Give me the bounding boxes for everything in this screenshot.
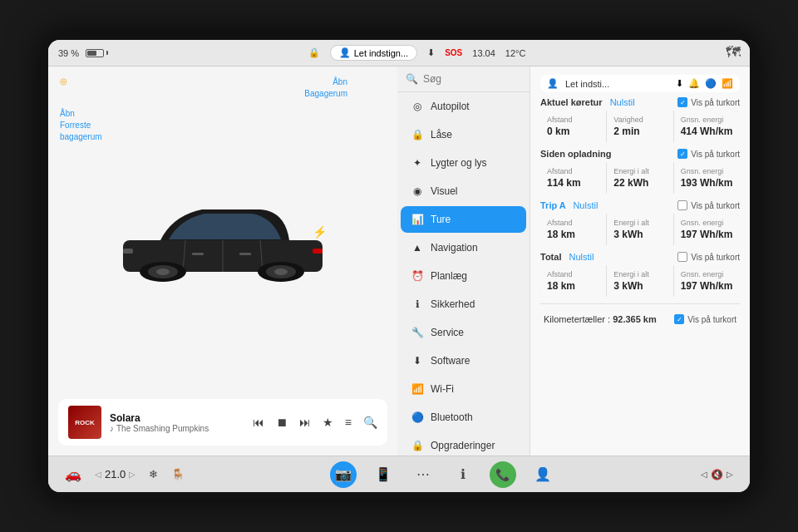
info-button[interactable]: ℹ: [450, 461, 476, 488]
ture-label: Ture: [431, 214, 451, 225]
status-center: 🔒 👤 Let indstign... ⬇ SOS 13.04 12°C: [308, 45, 526, 61]
more-button[interactable]: ⋯: [410, 461, 436, 488]
navigation-label: Navigation: [431, 242, 478, 254]
album-art: ROCK: [68, 406, 101, 439]
eq-button[interactable]: ≡: [345, 416, 352, 429]
stop-button[interactable]: ⏹: [276, 416, 288, 429]
total-stat-energi-alt: Energi i alt 3 kWh: [607, 265, 672, 297]
siden-energi-alt-label: Energi i alt: [613, 167, 666, 175]
passenger-icon: 👤: [339, 47, 351, 58]
left-panel: ◎ ÅbnForrestebagagerum ÅbnBagagerum: [48, 66, 397, 456]
tripa-title-text: Trip A: [540, 200, 565, 210]
phone-button[interactable]: 📞: [490, 461, 516, 488]
lock-icon-status: 🔒: [308, 47, 320, 58]
menu-item-lygter[interactable]: ✦ Lygter og lys: [401, 150, 526, 176]
next-button[interactable]: ⏭: [299, 416, 311, 429]
tripa-energi-alt-label: Energi i alt: [613, 219, 666, 227]
menu-item-navigation[interactable]: ▲ Navigation: [401, 234, 526, 261]
autopilot-label: Autopilot: [431, 101, 470, 112]
autopilot-icon: ◎: [411, 101, 424, 112]
sub-header-icons: ⬇ 🔔 🔵 📶: [676, 78, 733, 89]
vol-decrease-button[interactable]: ◁: [701, 470, 707, 479]
battery-percent: 39 %: [58, 48, 79, 58]
siden-vis-checkbox[interactable]: ✓: [677, 149, 687, 159]
laase-label: Låse: [431, 129, 452, 140]
tripa-stat-gnsn: Gnsn. energi 197 Wh/km: [674, 214, 740, 245]
menu-item-software[interactable]: ⬇ Software: [401, 347, 526, 374]
aktuel-stat-afstand: Afstand 0 km: [540, 111, 606, 142]
tripa-vis-label[interactable]: Vis på turkort: [677, 200, 740, 210]
total-nulstil-link[interactable]: Nulstil: [569, 252, 594, 262]
visuel-label: Visuel: [431, 185, 457, 197]
siden-stat-afstand: Afstand 114 km: [540, 162, 606, 194]
service-label: Service: [431, 327, 464, 338]
opgraderinger-icon: 🔒: [411, 440, 424, 451]
open-front-label[interactable]: ÅbnForrestebagagerum: [60, 108, 102, 143]
task-group-right: ◁ 🔇 ▷: [701, 469, 733, 480]
menu-item-opgraderinger[interactable]: 🔒 Opgraderinger: [401, 432, 526, 456]
menu-item-wifi[interactable]: 📶 Wi-Fi: [401, 376, 526, 402]
person-taskbar-button[interactable]: 👤: [530, 461, 556, 488]
temp-increase-button[interactable]: ▷: [129, 470, 135, 479]
menu-item-autopilot[interactable]: ◎ Autopilot: [401, 93, 526, 120]
aktuel-nulstil-link[interactable]: Nulstil: [610, 97, 635, 107]
tripa-gnsn-label: Gnsn. energi: [681, 219, 733, 227]
menu-item-visuel[interactable]: ◉ Visuel: [401, 178, 526, 204]
car-svg: ⚡: [106, 170, 339, 303]
siden-gnsn-value: 193 Wh/km: [681, 177, 733, 189]
status-right: 🗺: [726, 44, 740, 62]
temp-value: 21.0: [105, 468, 126, 480]
km-vis-label[interactable]: ✓ Vis på turkort: [674, 314, 736, 324]
aktuel-energi-label: Gnsn. energi: [681, 116, 733, 124]
map-icon: 🗺: [726, 44, 740, 62]
tripa-vis-checkbox[interactable]: [677, 200, 687, 210]
search-music-button[interactable]: 🔍: [363, 416, 377, 429]
aktuel-stat-energi: Gnsn. energi 414 Wh/km: [674, 111, 740, 142]
status-bar: 39 % 🔒 👤 Let indstign... ⬇ SOS 13.04 12°…: [48, 40, 750, 66]
menu-item-planlaeg[interactable]: ⏰ Planlæg: [401, 263, 526, 289]
search-bar: 🔍: [397, 66, 530, 92]
search-input[interactable]: [423, 73, 521, 85]
menu-item-laase[interactable]: 🔒 Låse: [401, 121, 526, 148]
volume-control: ◁ 🔇 ▷: [701, 469, 733, 480]
prev-button[interactable]: ⏮: [253, 416, 264, 429]
camera-button[interactable]: 📷: [330, 461, 357, 488]
total-afstand-value: 18 km: [547, 280, 599, 292]
aktuel-vis-label[interactable]: ✓ Vis på turkort: [677, 97, 740, 107]
total-gnsn-label: Gnsn. energi: [681, 270, 733, 278]
km-value: 92.365 km: [613, 314, 657, 324]
total-vis-checkbox[interactable]: [677, 252, 687, 262]
car-taskbar-button[interactable]: 🚗: [65, 466, 81, 482]
menu-item-service[interactable]: 🔧 Service: [401, 319, 526, 346]
tripa-nulstil-link[interactable]: Nulstil: [573, 200, 598, 210]
favorite-button[interactable]: ★: [323, 416, 333, 429]
total-vis-label[interactable]: Vis på turkort: [677, 252, 740, 262]
aktuel-vis-checkbox[interactable]: ✓: [677, 97, 687, 107]
km-vis-checkbox[interactable]: ✓: [674, 314, 684, 324]
planlaeg-icon: ⏰: [411, 270, 424, 282]
km-label: Kilometertæller : 92.365 km: [544, 314, 657, 324]
device-frame: 39 % 🔒 👤 Let indstign... ⬇ SOS 13.04 12°…: [42, 33, 756, 499]
siden-afstand-value: 114 km: [547, 177, 599, 189]
passenger-button[interactable]: 👤 Let indstign...: [330, 45, 417, 61]
open-rear-label[interactable]: ÅbnBagagerum: [304, 76, 347, 100]
siden-stats-grid: Afstand 114 km Energi i alt 22 kWh Gnsn.…: [540, 162, 740, 194]
menu-item-sikkerhed[interactable]: ℹ Sikkerhed: [401, 291, 526, 318]
tripa-section-header: Trip A Nulstil Vis på turkort: [540, 200, 740, 210]
total-stat-gnsn: Gnsn. energi 197 Wh/km: [674, 265, 740, 297]
vol-increase-button[interactable]: ▷: [727, 470, 733, 479]
screen-button[interactable]: 📱: [370, 461, 397, 488]
menu-item-bluetooth[interactable]: 🔵 Bluetooth: [401, 404, 526, 431]
mute-button[interactable]: 🔇: [711, 469, 723, 480]
total-stats-grid: Afstand 18 km Energi i alt 3 kWh Gnsn. e…: [540, 265, 740, 297]
seat-heat-button[interactable]: 🪑: [171, 468, 185, 480]
tripa-stat-afstand: Afstand 18 km: [540, 214, 606, 245]
wifi-label: Wi-Fi: [431, 383, 454, 395]
menu-item-ture[interactable]: 📊 Ture: [401, 206, 526, 233]
lygter-icon: ✦: [411, 157, 424, 169]
temp-decrease-button[interactable]: ◁: [95, 470, 101, 479]
ture-icon: 📊: [411, 214, 424, 225]
fan-button[interactable]: ❄: [149, 468, 158, 480]
download-icon-status: ⬇: [427, 47, 435, 58]
siden-vis-label[interactable]: ✓ Vis på turkort: [677, 149, 740, 159]
